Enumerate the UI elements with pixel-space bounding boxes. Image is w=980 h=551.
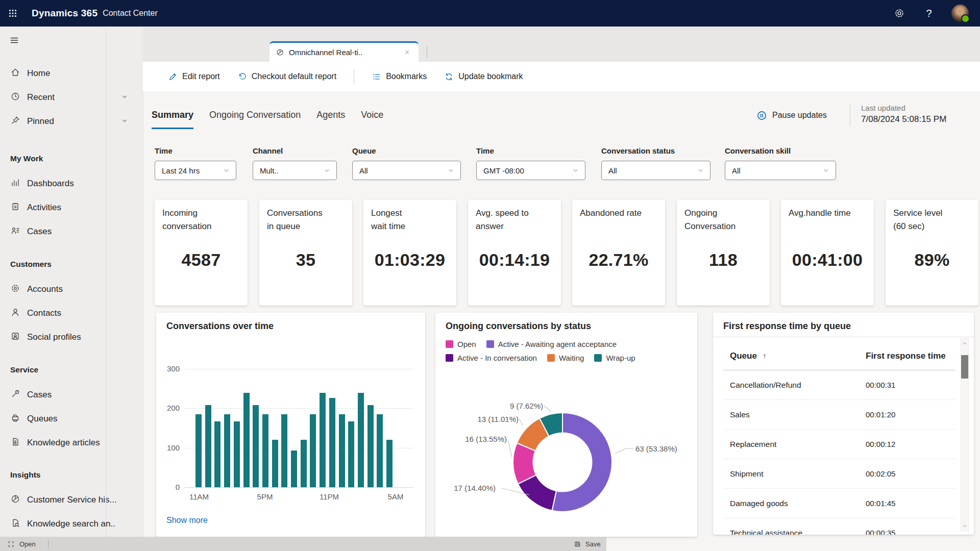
- toolbar-button-bookmarks[interactable]: Bookmarks: [372, 72, 427, 82]
- sidebar-item-social-profiles[interactable]: Social profiles: [0, 325, 139, 349]
- response-time-cell: 00:01:45: [866, 499, 895, 508]
- filter-dropdown-channel-1[interactable]: Mult..: [253, 161, 337, 180]
- hamburger-menu-button[interactable]: [7, 33, 22, 48]
- sidebar-item-knowledge-search-an[interactable]: Knowledge search an..: [0, 512, 139, 536]
- toolbar-label: Edit report: [182, 72, 220, 81]
- status-divider: [48, 540, 48, 547]
- chevron-down-icon[interactable]: [120, 93, 129, 103]
- scroll-down-icon[interactable]: [961, 523, 968, 529]
- doc-icon: [10, 437, 20, 447]
- sidebar-item-label: Knowledge articles: [27, 438, 100, 448]
- table-row-cancellation-refund[interactable]: Cancellation/Refund00:00:31: [723, 370, 955, 400]
- filter-dropdown-time-3[interactable]: GMT -08:00: [476, 161, 585, 180]
- x-tick-label: 11AM: [183, 492, 215, 501]
- table-row-replacement[interactable]: Replacement00:00:12: [723, 430, 955, 459]
- help-button[interactable]: ?: [922, 6, 936, 20]
- sidebar-item-home[interactable]: Home: [0, 61, 139, 85]
- sidebar-item-recent[interactable]: Recent: [0, 85, 139, 109]
- pie-icon: [10, 494, 20, 506]
- sidebar-item-knowledge-articles[interactable]: Knowledge articles: [0, 431, 139, 455]
- sidebar-item-label: Contacts: [27, 308, 61, 318]
- filter-label-conversation-skill-5: Conversation skill: [725, 146, 791, 155]
- callout-line: [508, 440, 512, 457]
- kpi-value: 118: [677, 250, 770, 270]
- top-app-bar: Dynamics 365 Contact Center ?: [0, 0, 980, 27]
- pause-updates-button[interactable]: Pause updates: [756, 105, 827, 126]
- bar: [253, 405, 259, 487]
- wrench-icon: [10, 389, 20, 401]
- chevron-down-icon: [697, 167, 704, 174]
- show-more-link[interactable]: Show more: [166, 516, 208, 525]
- avatar[interactable]: [951, 5, 969, 22]
- report-tab-ongoing-conversation[interactable]: Ongoing Conversation: [209, 109, 301, 129]
- filter-dropdown-time-0[interactable]: Last 24 hrs: [155, 161, 236, 180]
- chevron-down-icon[interactable]: [120, 117, 129, 127]
- person-card-icon: [10, 331, 20, 341]
- callout-line: [519, 419, 523, 425]
- clipboard-icon: [10, 202, 20, 212]
- last-updated-label: Last updated: [861, 104, 905, 112]
- chevron-down-icon: [223, 167, 230, 174]
- toolbar-button-checkout-default-report[interactable]: Checkout default report: [237, 72, 336, 82]
- toolbar-label: Bookmarks: [386, 72, 427, 81]
- toolbar-button-update-bookmark[interactable]: Update bookmark: [444, 72, 523, 82]
- x-tick-label: 5AM: [379, 492, 412, 501]
- column-header-first-response-time[interactable]: First response time: [866, 351, 946, 361]
- tab-omnichannel-realtime[interactable]: Omnichannel Real-ti..: [270, 41, 419, 62]
- donut-callout-active-in-conversation: 17 (14.40%): [454, 484, 496, 492]
- table-row-sales[interactable]: Sales00:01:20: [723, 400, 955, 430]
- table-row-technical-assistance[interactable]: Technical assistance00:00:35: [723, 518, 955, 535]
- filter-label-conversation-status-4: Conversation status: [601, 146, 675, 155]
- queue-cell: Shipment: [723, 469, 866, 479]
- filter-dropdown-queue-2[interactable]: All: [352, 161, 461, 180]
- save-button[interactable]: Save: [574, 540, 601, 548]
- sidebar-item-pinned[interactable]: Pinned: [0, 109, 139, 133]
- table-row-shipment[interactable]: Shipment00:02:05: [723, 459, 955, 489]
- filter-value: GMT -08:00: [483, 166, 572, 175]
- sidebar-item-customer-service-his[interactable]: Customer Service his...: [0, 488, 139, 512]
- session-tab-strip: HomeInbox: [143, 27, 980, 62]
- kpi-card-ongoing-conversation: OngoingConversation118: [677, 200, 770, 306]
- report-tab-bar: SummaryOngoing ConversationAgentsVoice: [152, 109, 383, 129]
- filter-dropdown-conversation-skill-5[interactable]: All: [725, 161, 836, 180]
- sidebar-item-label: Knowledge search an..: [27, 519, 115, 529]
- kpi-card-incoming-conversation: Incomingconversation4587: [155, 200, 248, 306]
- pin-icon: [10, 115, 20, 128]
- home-icon: [10, 67, 20, 78]
- sidebar-item-cases[interactable]: Cases: [0, 383, 139, 407]
- bar: [377, 414, 383, 487]
- home-icon: [10, 67, 20, 80]
- sidebar-item-label: Queues: [27, 414, 58, 424]
- response-time-cell: 00:00:35: [866, 529, 895, 535]
- settings-button[interactable]: [892, 6, 906, 20]
- kpi-title: OngoingConversation: [677, 200, 770, 233]
- table-scrollbar[interactable]: [961, 338, 969, 531]
- table-row-damaged-goods[interactable]: Damaged goods00:01:45: [723, 489, 955, 518]
- open-button[interactable]: Open: [19, 540, 36, 548]
- column-header-queue[interactable]: Queue: [730, 351, 768, 361]
- toolbar-button-edit-report[interactable]: Edit report: [168, 72, 220, 82]
- person-list-icon: [10, 226, 20, 236]
- sidebar-item-contacts[interactable]: Contacts: [0, 301, 139, 325]
- sidebar-item-accounts[interactable]: Accounts: [0, 277, 139, 301]
- close-tab-button[interactable]: [401, 47, 412, 58]
- sidebar-item-queues[interactable]: Queues: [0, 407, 139, 431]
- sidebar-item-dashboards[interactable]: Dashboards: [0, 171, 139, 195]
- undo-icon: [237, 72, 247, 82]
- report-tab-voice[interactable]: Voice: [361, 109, 383, 129]
- report-tab-agents[interactable]: Agents: [316, 109, 345, 129]
- filter-dropdown-conversation-status-4[interactable]: All: [601, 161, 710, 180]
- scrollbar-thumb[interactable]: [961, 355, 968, 379]
- sidebar-item-cases[interactable]: Cases: [0, 219, 139, 243]
- filter-value: All: [359, 166, 447, 175]
- sidebar-item-activities[interactable]: Activities: [0, 195, 139, 219]
- sidebar: HomeRecentPinnedMy WorkDashboardsActivit…: [0, 27, 143, 551]
- filter-value: All: [608, 166, 697, 175]
- sidebar-item-label: Pinned: [27, 116, 54, 127]
- scroll-up-icon[interactable]: [961, 340, 968, 346]
- report-tab-summary[interactable]: Summary: [152, 109, 193, 129]
- waffle-menu-button[interactable]: [0, 0, 26, 27]
- filter-value: All: [732, 166, 822, 175]
- kpi-title: Conversationsin queue: [259, 200, 352, 233]
- donut-callout-waiting: 13 (11.01%): [477, 415, 519, 423]
